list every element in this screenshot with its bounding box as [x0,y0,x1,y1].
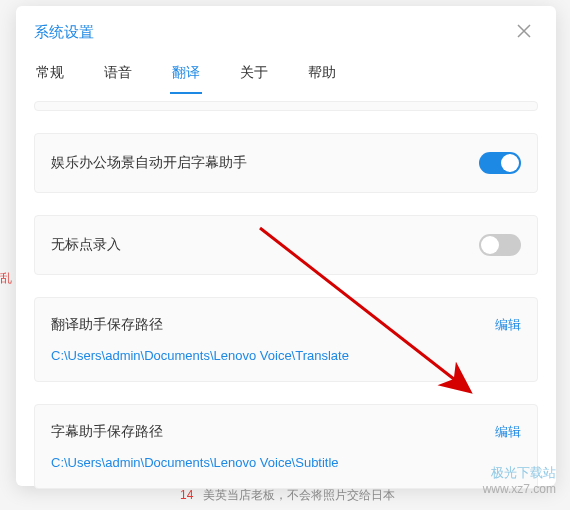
setting-label: 无标点录入 [51,236,121,254]
close-button[interactable] [510,20,538,44]
bg-number: 14 [180,488,193,502]
translate-path-value: C:\Users\admin\Documents\Lenovo Voice\Tr… [51,348,521,363]
setting-card-translate-path: 翻译助手保存路径 编辑 C:\Users\admin\Documents\Len… [34,297,538,382]
tab-general[interactable]: 常规 [34,54,66,94]
tab-translate[interactable]: 翻译 [170,54,202,94]
setting-card-subtitle-auto: 娱乐办公场景自动开启字幕助手 [34,133,538,193]
dialog-title: 系统设置 [34,23,94,42]
setting-label: 娱乐办公场景自动开启字幕助手 [51,154,247,172]
setting-card-subtitle-path: 字幕助手保存路径 编辑 C:\Users\admin\Documents\Len… [34,404,538,489]
edit-translate-path[interactable]: 编辑 [495,316,521,334]
tab-voice[interactable]: 语音 [102,54,134,94]
toggle-knob [501,154,519,172]
toggle-subtitle-auto[interactable] [479,152,521,174]
settings-content: 娱乐办公场景自动开启字幕助手 无标点录入 翻译助手保存路径 编辑 C:\User… [16,111,556,489]
setting-card-no-punct: 无标点录入 [34,215,538,275]
subtitle-path-value: C:\Users\admin\Documents\Lenovo Voice\Su… [51,455,521,470]
settings-dialog: 系统设置 常规 语音 翻译 关于 帮助 娱乐办公场景自动开启字幕助手 无标点录入 [16,6,556,486]
close-icon [516,23,532,39]
setting-label: 字幕助手保存路径 [51,423,163,441]
toggle-no-punct[interactable] [479,234,521,256]
background-fragment-left: 乱 [0,270,12,287]
edit-subtitle-path[interactable]: 编辑 [495,423,521,441]
setting-label: 翻译助手保存路径 [51,316,163,334]
tab-about[interactable]: 关于 [238,54,270,94]
toggle-knob [481,236,499,254]
bg-text: 美英当店老板，不会将照片交给日本 [203,488,395,502]
tab-help[interactable]: 帮助 [306,54,338,94]
background-fragment-bottom: 14 美英当店老板，不会将照片交给日本 [180,487,395,504]
dialog-header: 系统设置 [16,6,556,54]
tabs-bar: 常规 语音 翻译 关于 帮助 [16,54,556,95]
top-spacer-bar [34,101,538,111]
